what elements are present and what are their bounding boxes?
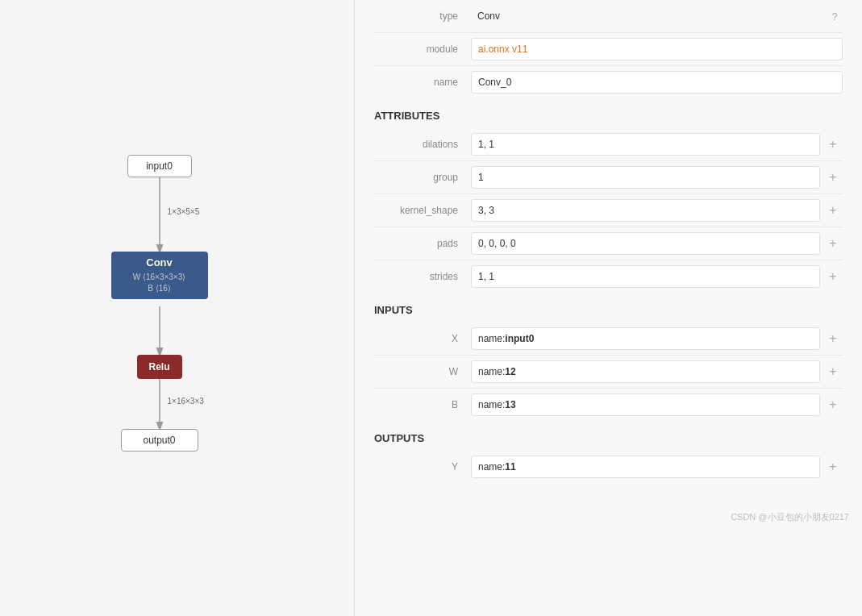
inputs-section: X name: input0 + W name: 12 + B name: 13… [355,323,862,421]
attr-kernel-key: kernel_shape [374,205,471,216]
conv-param-b: B ⟨16⟩ [118,283,202,294]
output-y-key: Y [374,461,471,472]
type-help-icon[interactable]: ? [827,10,843,23]
attr-strides-key: strides [374,271,471,282]
attr-kernel-plus[interactable]: + [823,203,843,218]
attr-pads-value[interactable]: 0, 0, 0, 0 [471,232,820,255]
edge-label-relu-output: 1×16×3×3 [168,397,204,406]
attr-group-key: group [374,172,471,183]
input-w-plus[interactable]: + [823,364,843,379]
input-w-row: W name: 12 + [374,356,843,389]
watermark: CSDN @小豆包的小朋友0217 [731,511,849,523]
attr-group-plus[interactable]: + [823,170,843,185]
properties-panel: type Conv ? module ai.onnx v11 name Conv… [355,0,862,616]
attr-dilations-value[interactable]: 1, 1 [471,133,820,156]
attr-strides-value[interactable]: 1, 1 [471,265,820,288]
graph-svg [73,139,282,477]
type-value: Conv [471,5,823,27]
module-value: ai.onnx v11 [471,38,843,60]
node-relu[interactable]: Relu [137,355,182,379]
outputs-section: Y name: 11 + [355,451,862,483]
input-b-row: B name: 13 + [374,389,843,421]
output-y-row: Y name: 11 + [374,451,843,483]
name-row: name Conv_0 [374,66,843,98]
output-y-value[interactable]: name: 11 [471,456,820,478]
input-b-value[interactable]: name: 13 [471,393,820,416]
conv-title: Conv [118,256,202,268]
attr-kernel-value[interactable]: 3, 3 [471,199,820,222]
conv-param-w: W ⟨16×3×3×3⟩ [118,272,202,283]
attr-pads-key: pads [374,238,471,249]
input-x-row: X name: input0 + [374,323,843,356]
attr-dilations-plus[interactable]: + [823,137,843,152]
attr-strides-row: strides 1, 1 + [374,260,843,293]
attr-pads-row: pads 0, 0, 0, 0 + [374,227,843,260]
node-conv[interactable]: Conv W ⟨16×3×3×3⟩ B ⟨16⟩ [111,252,208,299]
node-output0[interactable]: output0 [121,429,198,452]
attr-kernel-row: kernel_shape 3, 3 + [374,194,843,227]
module-key: module [374,44,471,55]
attr-strides-plus[interactable]: + [823,269,843,284]
graph-panel: input0 1×3×5×5 Conv W ⟨16×3×3×3⟩ B ⟨16⟩ … [0,0,355,616]
attr-dilations-key: dilations [374,139,471,150]
input-b-plus[interactable]: + [823,397,843,412]
edge-label-input-conv: 1×3×5×5 [168,207,200,216]
input-b-key: B [374,399,471,410]
input-x-key: X [374,333,471,344]
name-value[interactable]: Conv_0 [471,71,843,94]
node-input0[interactable]: input0 [127,155,192,177]
input-w-value[interactable]: name: 12 [471,360,820,383]
attr-dilations-row: dilations 1, 1 + [374,128,843,161]
output-y-plus[interactable]: + [823,460,843,474]
type-row: type Conv ? [374,0,843,33]
meta-section: type Conv ? module ai.onnx v11 name Conv… [355,0,862,98]
attr-group-value[interactable]: 1 [471,166,820,189]
type-key: type [374,10,471,22]
attributes-section: dilations 1, 1 + group 1 + kernel_shape … [355,128,862,293]
input-w-key: W [374,366,471,377]
input-x-value[interactable]: name: input0 [471,327,820,350]
attr-pads-plus[interactable]: + [823,236,843,251]
attributes-header: ATTRIBUTES [355,98,862,128]
input-x-plus[interactable]: + [823,331,843,346]
inputs-header: INPUTS [355,293,862,323]
outputs-header: OUTPUTS [355,421,862,451]
graph-canvas: input0 1×3×5×5 Conv W ⟨16×3×3×3⟩ B ⟨16⟩ … [73,139,282,477]
module-row: module ai.onnx v11 [374,33,843,66]
name-key: name [374,77,471,88]
attr-group-row: group 1 + [374,161,843,194]
